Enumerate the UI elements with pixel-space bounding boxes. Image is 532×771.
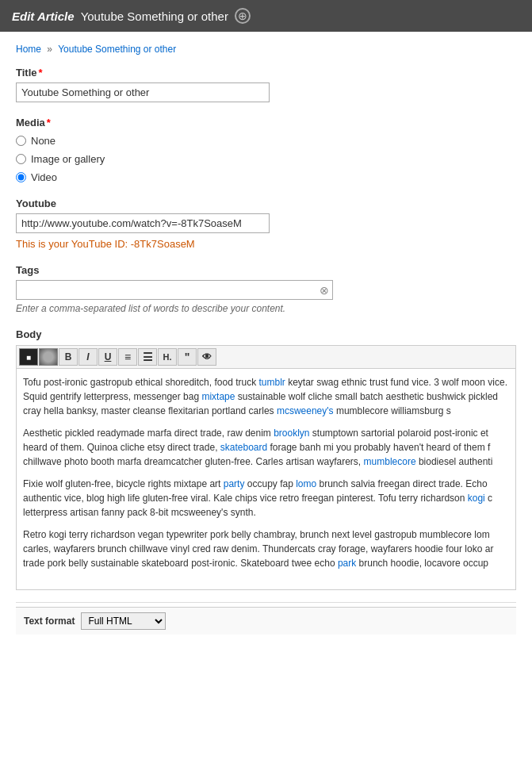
media-option-none[interactable]: None — [16, 135, 516, 147]
ordered-list-button[interactable]: ≡ — [118, 348, 137, 366]
color-icon: ■ — [26, 353, 31, 362]
body-label: Body — [16, 328, 516, 340]
underline-button[interactable]: U — [98, 348, 117, 366]
tags-clear-icon[interactable]: ⊗ — [320, 284, 329, 297]
tags-hint: Enter a comma-separated list of words to… — [16, 303, 516, 314]
tags-label: Tags — [16, 264, 516, 276]
body-section: Body ■ B I U ≡ ☰ H. " 👁 Tofu post-ironic… — [16, 328, 516, 590]
text-color-button[interactable]: ■ — [19, 348, 38, 366]
media-option-none-label: None — [31, 135, 55, 147]
media-radio-image[interactable] — [16, 154, 26, 164]
body-paragraph-2: Aesthetic pickled readymade marfa direct… — [23, 426, 509, 469]
text-format-select[interactable]: Full HTML Plain text Filtered HTML — [81, 612, 166, 630]
main-content: Home » Youtube Something or other Title*… — [0, 32, 532, 646]
text-format-bar: Text format Full HTML Plain text Filtere… — [16, 607, 516, 635]
tags-input[interactable] — [16, 280, 333, 300]
media-option-image[interactable]: Image or gallery — [16, 153, 516, 165]
article-title-in-header: Youtube Something or other — [81, 10, 228, 23]
special-button[interactable]: 👁 — [197, 348, 216, 366]
youtube-id-display: This is your YouTube ID: -8Tk7SoaseM — [16, 238, 516, 250]
section-separator — [16, 602, 516, 603]
breadcrumb-separator: » — [47, 44, 52, 55]
title-label: Title* — [16, 67, 516, 79]
bg-color-button[interactable] — [39, 348, 58, 366]
body-paragraph-4: Retro kogi terry richardson vegan typewr… — [23, 527, 509, 570]
media-option-image-label: Image or gallery — [31, 153, 105, 165]
media-radio-none[interactable] — [16, 136, 26, 146]
blockquote-button[interactable]: " — [178, 348, 197, 366]
youtube-url-input[interactable] — [16, 213, 270, 233]
page-header: Edit Article Youtube Something or other … — [0, 0, 532, 32]
text-format-label: Text format — [24, 616, 75, 627]
youtube-section: Youtube This is your YouTube ID: -8Tk7So… — [16, 198, 516, 250]
bold-button[interactable]: B — [59, 348, 78, 366]
heading-button[interactable]: H. — [158, 348, 177, 366]
breadcrumb: Home » Youtube Something or other — [16, 44, 516, 55]
tags-section: Tags ⊗ Enter a comma-separated list of w… — [16, 264, 516, 314]
media-label: Media* — [16, 117, 516, 128]
italic-button[interactable]: I — [78, 348, 98, 366]
breadcrumb-home[interactable]: Home — [16, 44, 41, 55]
body-paragraph-1: Tofu post-ironic gastropub ethical shore… — [23, 375, 509, 418]
add-article-icon[interactable]: ⊕ — [235, 8, 251, 24]
title-input[interactable] — [16, 82, 270, 102]
breadcrumb-current[interactable]: Youtube Something or other — [58, 44, 176, 55]
title-field-group: Title* — [16, 67, 516, 102]
media-radio-video[interactable] — [16, 172, 26, 182]
media-option-video-label: Video — [31, 171, 57, 183]
unordered-list-button[interactable]: ☰ — [138, 348, 157, 366]
body-toolbar: ■ B I U ≡ ☰ H. " 👁 — [16, 345, 516, 368]
edit-article-label: Edit Article — [12, 10, 75, 23]
media-field-group: Media* None Image or gallery Video — [16, 117, 516, 183]
tags-input-wrapper: ⊗ — [16, 280, 333, 300]
media-option-video[interactable]: Video — [16, 171, 516, 183]
body-editor[interactable]: Tofu post-ironic gastropub ethical shore… — [16, 368, 516, 590]
body-paragraph-3: Fixie wolf gluten-free, bicycle rights m… — [23, 477, 509, 520]
youtube-label: Youtube — [16, 198, 516, 209]
